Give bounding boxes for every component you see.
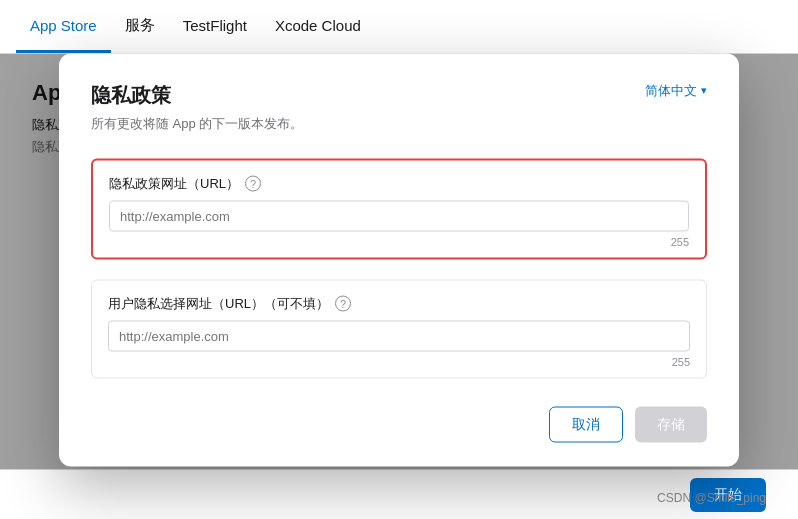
privacy-url-label-row: 隐私政策网址（URL） ? [109, 174, 689, 192]
privacy-url-input[interactable] [109, 200, 689, 231]
privacy-url-section: 隐私政策网址（URL） ? 255 [91, 158, 707, 259]
top-nav: App Store 服务 TestFlight Xcode Cloud [0, 0, 798, 54]
modal-header: 隐私政策 所有更改将随 App 的下一版本发布。 简体中文 ▾ [91, 81, 707, 138]
modal-title: 隐私政策 [91, 81, 303, 108]
user-privacy-url-input[interactable] [108, 320, 690, 351]
privacy-policy-modal: 隐私政策 所有更改将随 App 的下一版本发布。 简体中文 ▾ 隐私政策网址（U… [59, 53, 739, 466]
bottom-bar: 开始 CSDN @Smile_ping [0, 469, 798, 519]
nav-item-testflight[interactable]: TestFlight [169, 0, 261, 53]
privacy-url-help-icon[interactable]: ? [245, 175, 261, 191]
privacy-url-label: 隐私政策网址（URL） [109, 174, 239, 192]
watermark: CSDN @Smile_ping [657, 491, 766, 505]
modal-footer: 取消 存储 [91, 406, 707, 442]
language-label: 简体中文 [645, 81, 697, 99]
cancel-button[interactable]: 取消 [549, 406, 623, 442]
user-privacy-url-label-row: 用户隐私选择网址（URL）（可不填） ? [108, 294, 690, 312]
chevron-down-icon: ▾ [701, 84, 707, 97]
save-button[interactable]: 存储 [635, 406, 707, 442]
privacy-url-char-count: 255 [109, 235, 689, 247]
nav-item-services[interactable]: 服务 [111, 0, 169, 53]
user-privacy-url-char-count: 255 [108, 355, 690, 367]
nav-item-xcodecloud[interactable]: Xcode Cloud [261, 0, 375, 53]
nav-item-appstore[interactable]: App Store [16, 0, 111, 53]
user-privacy-url-section: 用户隐私选择网址（URL）（可不填） ? 255 [91, 279, 707, 378]
user-privacy-url-label: 用户隐私选择网址（URL）（可不填） [108, 294, 329, 312]
modal-subtitle: 所有更改将随 App 的下一版本发布。 [91, 114, 303, 132]
user-privacy-url-help-icon[interactable]: ? [335, 295, 351, 311]
language-selector[interactable]: 简体中文 ▾ [645, 81, 707, 99]
modal-header-left: 隐私政策 所有更改将随 App 的下一版本发布。 [91, 81, 303, 138]
